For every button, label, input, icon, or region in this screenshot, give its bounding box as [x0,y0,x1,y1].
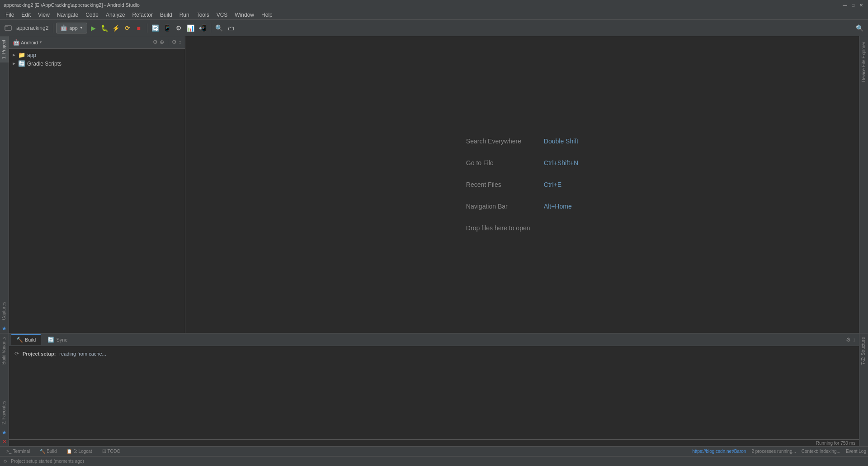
bottom-settings-icon[interactable]: ⚙ [846,337,851,343]
tree-item-app[interactable]: ▶ 📁 app [9,51,185,59]
sidebar-item-build-variants[interactable]: Build Variants [0,333,9,368]
tab-build[interactable]: 🔨 Build [11,334,41,345]
title-bar: appcracking2 [E:\AppCracking\appcracking… [0,0,868,10]
panel-header-icons: ⚙ ⊕ ⚙ ↕ [153,39,181,46]
tab-todo[interactable]: ☑ TODO [98,448,125,455]
todo-icon: ☑ [102,449,106,454]
bottom-content: ⟳ Project setup: reading from cache... [9,346,859,439]
bottom-right-icons: ⚙ ↕ [846,337,857,343]
sdk-manager-button[interactable]: ⚙ [174,23,184,33]
tab-build-bottom[interactable]: 🔨 Build [35,448,61,455]
bottom-right-vert-tabs: 7-Z: Structure [859,333,868,446]
tree-label-app: app [27,52,36,58]
build-item-text: reading from cache... [59,351,106,357]
tab-terminal[interactable]: >_ Terminal [2,448,34,455]
run-button[interactable]: ▶ [88,23,99,33]
project-icon-btn[interactable] [3,23,14,33]
android-dropdown-icon: 🤖 [13,39,20,46]
welcome-label-navbar: Navigation Bar [466,203,538,210]
panel-config-icon[interactable]: ⚙ [172,39,177,46]
device-manager-button[interactable]: 📲 [197,23,208,33]
database-button[interactable]: 🗃 [226,23,236,33]
apply-changes-restart-button[interactable]: ⟳ [122,23,133,33]
toolbar-separator-2 [147,24,147,33]
tab-sync-label: Sync [56,337,67,342]
menu-code[interactable]: Code [82,11,102,19]
project-name: appcracking2 [16,25,48,31]
tab-sync[interactable]: 🔄 Sync [42,335,72,345]
menu-view[interactable]: View [34,11,53,19]
search-everywhere-button[interactable]: 🔍 [854,23,865,33]
csdn-link[interactable]: https://blog.csdn.net/Baron [692,449,746,454]
tree-item-gradle[interactable]: ▶ 🔄 Gradle Scripts [9,59,185,68]
menu-bar: File Edit View Navigate Code Analyze Ref… [0,10,868,20]
build-bottom-label: Build [47,449,57,454]
welcome-shortcut-search[interactable]: Double Shift [544,138,578,145]
sidebar-item-captures[interactable]: Captures [0,298,9,324]
menu-help[interactable]: Help [258,11,276,19]
close-bottom-icon[interactable]: ✕ [2,438,7,445]
profile-button[interactable]: 📊 [185,23,196,33]
tree-icon-gradle: 🔄 [18,60,25,67]
panel-collapse-icon[interactable]: ↕ [179,39,181,46]
panel-settings-icon[interactable]: ⚙ [153,39,158,46]
layout-inspector-button[interactable]: 🔍 [214,23,225,33]
welcome-shortcut-goto[interactable]: Ctrl+Shift+N [544,159,578,166]
sync-project-button[interactable]: 🔄 [150,23,161,33]
bottom-collapse-icon[interactable]: ↕ [853,337,855,343]
sync-tab-icon: 🔄 [47,337,54,343]
minimize-button[interactable]: — [842,2,848,8]
avd-manager-button[interactable]: 📱 [162,23,173,33]
menu-edit[interactable]: Edit [18,11,34,19]
tree-icon-app: 📁 [18,52,25,58]
menu-build[interactable]: Build [156,11,176,19]
android-dropdown-arrow: ▼ [39,40,42,44]
sidebar-item-project[interactable]: 1: Project [0,36,9,62]
apply-changes-button[interactable]: ⚡ [111,23,122,33]
terminal-label: Terminal [13,449,30,454]
menu-tools[interactable]: Tools [193,11,213,19]
welcome-row-goto: Go to File Ctrl+Shift+N [466,159,578,166]
panel-locate-icon[interactable]: ⊕ [160,39,164,46]
close-button[interactable]: ✕ [858,2,864,8]
project-tree: ▶ 📁 app ▶ 🔄 Gradle Scripts [9,49,185,333]
build-item-prefix: Project setup: [23,351,56,357]
right-side-tab-device-explorer[interactable]: Device File Explorer [860,38,867,86]
menu-vcs[interactable]: VCS [213,11,231,19]
editor-area: Search Everywhere Double Shift Go to Fil… [185,36,859,333]
stop-button[interactable]: ■ [133,23,144,33]
setup-text: Project setup started (moments ago) [11,459,84,464]
welcome-row-recent: Recent Files Ctrl+E [466,181,561,188]
bookmark-icon[interactable]: ★ [2,325,7,332]
welcome-shortcut-recent[interactable]: Ctrl+E [544,181,561,188]
maximize-button[interactable]: □ [850,2,856,8]
tree-arrow-gradle: ▶ [13,62,16,66]
menu-refactor[interactable]: Refactor [129,11,156,19]
menu-run[interactable]: Run [176,11,193,19]
build-loading-icon: ⟳ [14,351,19,357]
logcat-icon: 📋 [66,449,72,454]
welcome-label-recent: Recent Files [466,181,538,188]
event-log[interactable]: Event Log [846,449,866,454]
welcome-shortcut-navbar[interactable]: Alt+Home [544,203,572,210]
menu-analyze[interactable]: Analyze [102,11,129,19]
sidebar-item-structure[interactable]: 7-Z: Structure [859,333,868,368]
tab-logcat[interactable]: 📋 6: Logcat [62,448,96,455]
menu-navigate[interactable]: Navigate [53,11,82,19]
bottom-tabs: 🔨 Build 🔄 Sync ⚙ ↕ [9,333,859,346]
menu-file[interactable]: File [2,11,18,19]
build-status-bar: Running for 750 ms [9,439,859,447]
android-dropdown[interactable]: 🤖 Android ▼ [13,39,42,46]
sidebar-item-favorites[interactable]: 2: Favorites [0,397,9,428]
status-bar-right: https://blog.csdn.net/Baron 2 processes … [692,449,866,454]
run-buttons: ▶ 🐛 ⚡ ⟳ ■ [88,23,144,33]
menu-window[interactable]: Window [231,11,258,19]
debug-button[interactable]: 🐛 [99,23,110,33]
favorites-star-icon: ★ [2,429,7,436]
logcat-label: 6: Logcat [73,449,92,454]
bottom-left-vert-tabs: Build Variants 2: Favorites ★ ✕ [0,333,9,446]
welcome-row-search: Search Everywhere Double Shift [466,138,578,145]
right-panel-icons: Device File Explorer [859,36,868,333]
run-config-dropdown[interactable]: 🤖 app ▼ [56,23,87,33]
processes-text: 2 processes running... [751,449,796,454]
